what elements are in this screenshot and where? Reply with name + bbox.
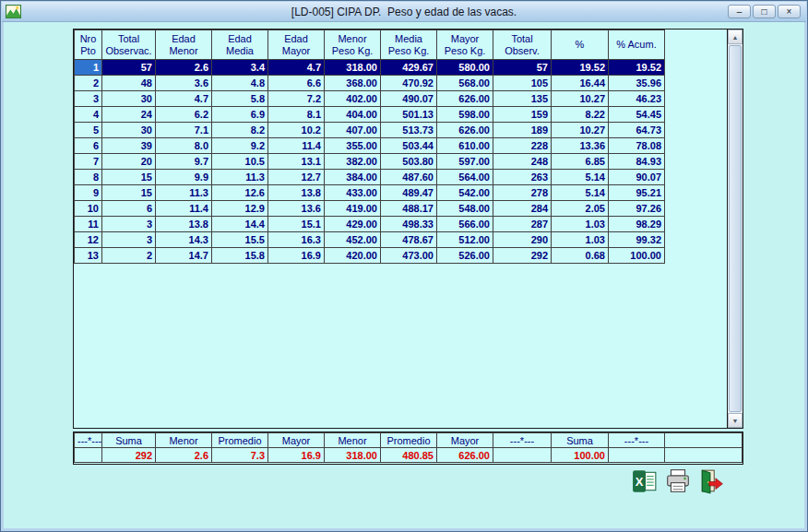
grid-cell[interactable]: 9.2 (212, 138, 268, 154)
grid-cell[interactable]: 8.22 (552, 107, 609, 123)
grid-cell[interactable]: 3 (102, 217, 156, 232)
grid-cell[interactable]: 2.6 (156, 60, 212, 76)
grid-row[interactable]: 6398.09.211.4355.00503.44610.0022813.367… (75, 138, 665, 154)
grid-cell[interactable]: 10 (75, 201, 102, 217)
grid-cell[interactable]: 13 (75, 248, 102, 264)
grid-cell[interactable]: 5 (75, 123, 102, 138)
grid-cell[interactable]: 407.00 (325, 123, 381, 138)
grid-cell[interactable]: 498.33 (381, 217, 437, 232)
grid-cell[interactable]: 1 (75, 60, 102, 76)
grid-cell[interactable]: 11.4 (268, 138, 325, 154)
grid-cell[interactable]: 503.44 (381, 138, 437, 154)
grid-cell[interactable]: 580.00 (437, 60, 493, 76)
grid-row[interactable]: 11313.814.415.1429.00498.33566.002871.03… (75, 217, 665, 232)
grid-cell[interactable]: 284 (493, 201, 552, 217)
scroll-down-arrow-icon[interactable]: ▼ (728, 413, 743, 428)
grid-cell[interactable]: 4.7 (268, 60, 325, 76)
grid-cell[interactable]: 135 (493, 91, 552, 107)
grid-cell[interactable]: 402.00 (325, 91, 381, 107)
grid-cell[interactable]: 12.9 (212, 201, 268, 217)
grid-cell[interactable]: 6.85 (552, 154, 609, 170)
grid-cell[interactable]: 6.6 (268, 76, 325, 91)
grid-cell[interactable]: 35.96 (609, 76, 665, 91)
grid-cell[interactable]: 95.21 (609, 185, 665, 201)
grid-cell[interactable]: 1.03 (552, 217, 609, 232)
vertical-scrollbar[interactable]: ▲ ▼ (727, 30, 743, 428)
grid-cell[interactable]: 100.00 (609, 248, 665, 264)
grid-cell[interactable]: 13.1 (268, 154, 325, 170)
scroll-up-arrow-icon[interactable]: ▲ (728, 30, 743, 44)
grid-cell[interactable]: 10.27 (552, 123, 609, 138)
grid-cell[interactable]: 610.00 (437, 138, 493, 154)
grid-cell[interactable]: 292 (493, 248, 552, 264)
grid-cell[interactable]: 489.47 (381, 185, 437, 201)
grid-cell[interactable]: 4 (75, 107, 102, 123)
grid-cell[interactable]: 501.13 (381, 107, 437, 123)
grid-cell[interactable]: 548.00 (437, 201, 493, 217)
grid-cell[interactable]: 5.8 (212, 91, 268, 107)
grid-cell[interactable]: 8.1 (268, 107, 325, 123)
grid-cell[interactable]: 598.00 (437, 107, 493, 123)
grid-cell[interactable]: 13.36 (552, 138, 609, 154)
grid-cell[interactable]: 564.00 (437, 170, 493, 185)
grid-cell[interactable]: 6.2 (156, 107, 212, 123)
grid-cell[interactable]: 3 (102, 232, 156, 248)
grid-cell[interactable]: 19.52 (609, 60, 665, 76)
minimize-button[interactable]: – (728, 5, 751, 18)
grid-cell[interactable]: 278 (493, 185, 552, 201)
grid-cell[interactable]: 5.14 (552, 170, 609, 185)
grid-cell[interactable]: 3.4 (212, 60, 268, 76)
grid-cell[interactable]: 404.00 (325, 107, 381, 123)
grid-cell[interactable]: 90.07 (609, 170, 665, 185)
grid-cell[interactable]: 8 (75, 170, 102, 185)
grid-row[interactable]: 1572.63.44.7318.00429.67580.005719.5219.… (75, 60, 665, 76)
grid-cell[interactable]: 84.93 (609, 154, 665, 170)
grid-cell[interactable]: 287 (493, 217, 552, 232)
grid-cell[interactable]: 98.29 (609, 217, 665, 232)
grid-cell[interactable]: 478.67 (381, 232, 437, 248)
grid-cell[interactable]: 13.6 (268, 201, 325, 217)
grid-cell[interactable]: 16.9 (268, 248, 325, 264)
grid-cell[interactable]: 189 (493, 123, 552, 138)
grid-cell[interactable]: 5.14 (552, 185, 609, 201)
grid-cell[interactable]: 7 (75, 154, 102, 170)
grid-cell[interactable]: 568.00 (437, 76, 493, 91)
grid-cell[interactable]: 263 (493, 170, 552, 185)
grid-row[interactable]: 7209.710.513.1382.00503.80597.002486.858… (75, 154, 665, 170)
grid-row[interactable]: 10611.412.913.6419.00488.17548.002842.05… (75, 201, 665, 217)
grid-cell[interactable]: 490.07 (381, 91, 437, 107)
grid-cell[interactable]: 429.67 (381, 60, 437, 76)
grid-cell[interactable]: 9.9 (156, 170, 212, 185)
grid-cell[interactable]: 7.2 (268, 91, 325, 107)
grid-cell[interactable]: 30 (102, 123, 156, 138)
grid-cell[interactable]: 15.8 (212, 248, 268, 264)
grid-cell[interactable]: 470.92 (381, 76, 437, 91)
grid-cell[interactable]: 433.00 (325, 185, 381, 201)
grid-cell[interactable]: 54.45 (609, 107, 665, 123)
grid-cell[interactable]: 48 (102, 76, 156, 91)
grid-row[interactable]: 12314.315.516.3452.00478.67512.002901.03… (75, 232, 665, 248)
grid-cell[interactable]: 355.00 (325, 138, 381, 154)
grid-cell[interactable]: 9 (75, 185, 102, 201)
grid-row[interactable]: 91511.312.613.8433.00489.47542.002785.14… (75, 185, 665, 201)
grid-cell[interactable]: 2 (75, 76, 102, 91)
title-bar[interactable]: [LD-005] CIPA DP. Peso y edad de las vac… (2, 2, 806, 22)
grid-cell[interactable]: 46.23 (609, 91, 665, 107)
grid-cell[interactable]: 57 (493, 60, 552, 76)
grid-cell[interactable]: 13.8 (268, 185, 325, 201)
grid-cell[interactable]: 99.32 (609, 232, 665, 248)
grid-cell[interactable]: 473.00 (381, 248, 437, 264)
grid-cell[interactable]: 0.68 (552, 248, 609, 264)
grid-cell[interactable]: 16.44 (552, 76, 609, 91)
grid-cell[interactable]: 9.7 (156, 154, 212, 170)
grid-cell[interactable]: 8.2 (212, 123, 268, 138)
grid-cell[interactable]: 97.26 (609, 201, 665, 217)
grid-cell[interactable]: 64.73 (609, 123, 665, 138)
grid-cell[interactable]: 384.00 (325, 170, 381, 185)
grid-cell[interactable]: 626.00 (437, 91, 493, 107)
grid-cell[interactable]: 419.00 (325, 201, 381, 217)
grid-row[interactable]: 8159.911.312.7384.00487.60564.002635.149… (75, 170, 665, 185)
grid-cell[interactable]: 3.6 (156, 76, 212, 91)
grid-cell[interactable]: 12 (75, 232, 102, 248)
grid-cell[interactable]: 105 (493, 76, 552, 91)
